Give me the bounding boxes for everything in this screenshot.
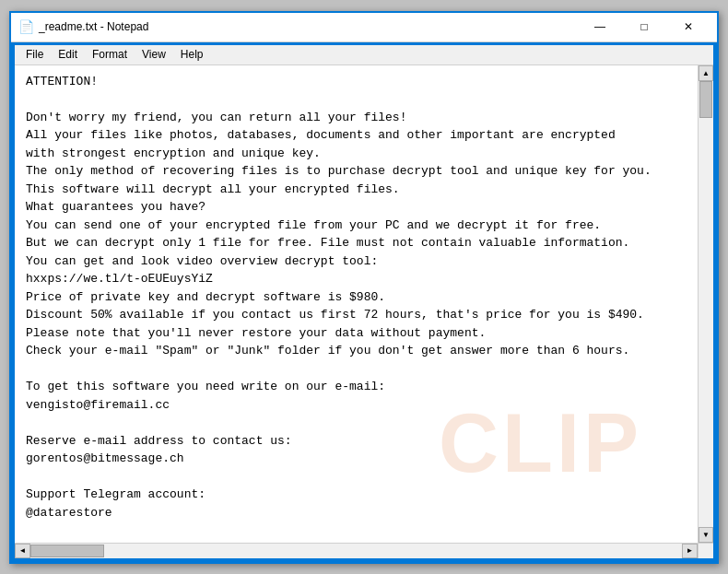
maximize-button[interactable]: □	[623, 14, 665, 40]
title-bar: 📄 _readme.txt - Notepad — □ ✕	[11, 13, 717, 42]
bottom-border	[11, 558, 717, 562]
minimize-button[interactable]: —	[579, 14, 621, 40]
menu-bar: File Edit Format View Help	[15, 45, 713, 65]
window-controls: — □ ✕	[579, 14, 710, 40]
vertical-scrollbar[interactable]: ▲ ▼	[698, 65, 713, 543]
content-area: ATTENTION! Don't worry my friend, you ca…	[15, 65, 713, 543]
menu-format[interactable]: Format	[85, 46, 135, 63]
notepad-window: 📄 _readme.txt - Notepad — □ ✕ File Edit …	[9, 11, 719, 564]
right-border	[713, 45, 717, 558]
inner-window: File Edit Format View Help ATTENTION! Do…	[15, 45, 713, 558]
close-button[interactable]: ✕	[667, 14, 710, 40]
scroll-thumb[interactable]	[699, 81, 712, 118]
menu-view[interactable]: View	[135, 46, 173, 63]
app-icon: 📄	[18, 19, 33, 34]
scroll-track	[699, 81, 713, 527]
scroll-h-track	[30, 544, 682, 558]
scroll-up-button[interactable]: ▲	[699, 65, 713, 81]
window-title: _readme.txt - Notepad	[39, 20, 579, 33]
main-body: File Edit Format View Help ATTENTION! Do…	[11, 45, 717, 558]
scroll-down-button[interactable]: ▼	[699, 527, 713, 543]
scroll-right-button[interactable]: ►	[682, 544, 698, 558]
scroll-left-button[interactable]: ◄	[15, 544, 30, 558]
horizontal-scrollbar[interactable]: ◄ ►	[15, 543, 698, 558]
menu-help[interactable]: Help	[173, 46, 211, 63]
menu-file[interactable]: File	[18, 46, 51, 63]
text-editor[interactable]: ATTENTION! Don't worry my friend, you ca…	[15, 65, 698, 543]
menu-edit[interactable]: Edit	[51, 46, 85, 63]
bottom-row: ◄ ►	[15, 543, 713, 558]
scroll-h-thumb[interactable]	[30, 545, 104, 557]
scrollbar-corner	[698, 543, 713, 558]
